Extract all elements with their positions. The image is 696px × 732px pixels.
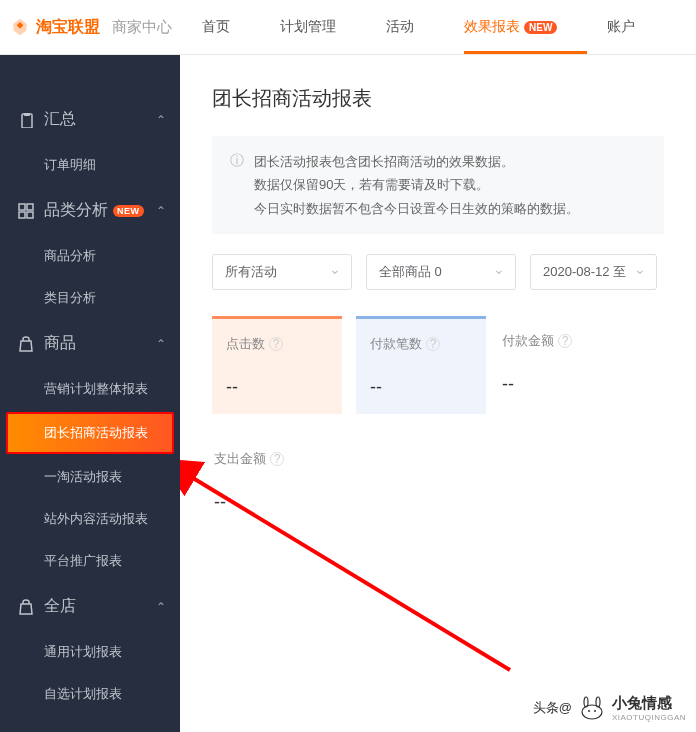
sidebar-sub-1-1[interactable]: 类目分析 [0,277,180,319]
svg-point-10 [588,710,590,712]
watermark-main: 小兔情感 [612,694,686,713]
sidebar-sub-2-3[interactable]: 站外内容活动报表 [0,498,180,540]
clipboard-icon [18,112,34,128]
sidebar-group-1[interactable]: 品类分析NEW⌃ [0,186,180,235]
nav-item-1[interactable]: 计划管理 [280,0,336,54]
chevron-up-icon: ⌃ [156,113,166,127]
nav-item-0[interactable]: 首页 [202,0,230,54]
top-nav: 首页计划管理活动效果报表NEW账户 [202,0,635,54]
nav-item-2[interactable]: 活动 [386,0,414,54]
info-icon: ⓘ [230,152,244,220]
sub-brand: 商家中心 [112,18,172,37]
metric-card-metrics1-1[interactable]: 付款笔数?-- [356,316,486,414]
activity-select[interactable]: 所有活动 [212,254,352,290]
chevron-up-icon: ⌃ [156,337,166,351]
sidebar-group-0[interactable]: 汇总⌃ [0,95,180,144]
sidebar-sub-1-0[interactable]: 商品分析 [0,235,180,277]
svg-rect-1 [24,113,30,116]
metric-label: 付款金额? [502,332,572,350]
main-layout: 汇总⌃订单明细品类分析NEW⌃商品分析类目分析商品⌃营销计划整体报表团长招商活动… [0,55,696,732]
goods-select[interactable]: 全部商品 0 [366,254,516,290]
logo-text: 淘宝联盟 [36,17,100,38]
sidebar-sub-3-0[interactable]: 通用计划报表 [0,631,180,673]
metric-value: -- [226,377,328,398]
watermark-prefix: 头条@ [533,699,572,717]
svg-point-11 [594,710,596,712]
svg-point-9 [596,697,600,707]
sidebar-group-2[interactable]: 商品⌃ [0,319,180,368]
metric-label: 付款笔数? [370,335,472,353]
svg-point-8 [584,697,588,707]
bag-icon [18,336,34,352]
info-text: 团长活动报表包含团长招商活动的效果数据。数据仅保留90天，若有需要请及时下载。今… [254,150,579,220]
new-badge: NEW [524,21,557,34]
sidebar-sub-2-4[interactable]: 平台推广报表 [0,540,180,582]
metric-card-metrics2-0[interactable]: 支出金额?-- [212,434,286,529]
nav-item-4[interactable]: 账户 [607,0,635,54]
svg-rect-0 [22,114,32,128]
date-select[interactable]: 2020-08-12 至 [530,254,657,290]
help-icon[interactable]: ? [270,452,284,466]
svg-rect-4 [19,212,25,218]
logo: 淘宝联盟 [10,17,100,38]
bag-icon [18,599,34,615]
grid-icon [18,203,34,219]
sidebar-sub-2-2[interactable]: 一淘活动报表 [0,456,180,498]
info-box: ⓘ 团长活动报表包含团长招商活动的效果数据。数据仅保留90天，若有需要请及时下载… [212,136,664,234]
help-icon[interactable]: ? [269,337,283,351]
metrics-row-2: 支出金额?-- [212,434,664,529]
metric-label: 点击数? [226,335,328,353]
sidebar-sub-2-0[interactable]: 营销计划整体报表 [0,368,180,410]
svg-rect-5 [27,212,33,218]
metric-card-metrics1-2[interactable]: 付款金额?-- [500,316,574,414]
top-header: 淘宝联盟 商家中心 首页计划管理活动效果报表NEW账户 [0,0,696,55]
svg-rect-2 [19,204,25,210]
sidebar-sub-3-1[interactable]: 自选计划报表 [0,673,180,715]
chevron-up-icon: ⌃ [156,204,166,218]
sidebar-group-3[interactable]: 全店⌃ [0,582,180,631]
metric-value: -- [214,492,284,513]
nav-item-3[interactable]: 效果报表NEW [464,0,557,54]
help-icon[interactable]: ? [426,337,440,351]
svg-rect-3 [27,204,33,210]
chevron-up-icon: ⌃ [156,600,166,614]
metrics-row-1: 点击数?--付款笔数?--付款金额?-- [212,316,664,414]
filter-row: 所有活动 全部商品 0 2020-08-12 至 [212,254,664,290]
watermark-sub: XIAOTUQINGGAN [612,713,686,722]
metric-value: -- [502,374,572,395]
sidebar-sub-2-1[interactable]: 团长招商活动报表 [6,412,174,454]
bunny-icon [578,696,606,720]
page-title: 团长招商活动报表 [212,85,664,112]
logo-icon [10,17,30,37]
metric-value: -- [370,377,472,398]
help-icon[interactable]: ? [558,334,572,348]
metric-label: 支出金额? [214,450,284,468]
metric-card-metrics1-0[interactable]: 点击数?-- [212,316,342,414]
watermark: 头条@ 小兔情感 XIAOTUQINGGAN [533,694,686,722]
new-badge: NEW [113,205,144,217]
content-area: 团长招商活动报表 ⓘ 团长活动报表包含团长招商活动的效果数据。数据仅保留90天，… [180,55,696,732]
sidebar-sub-0-0[interactable]: 订单明细 [0,144,180,186]
sidebar: 汇总⌃订单明细品类分析NEW⌃商品分析类目分析商品⌃营销计划整体报表团长招商活动… [0,55,180,732]
